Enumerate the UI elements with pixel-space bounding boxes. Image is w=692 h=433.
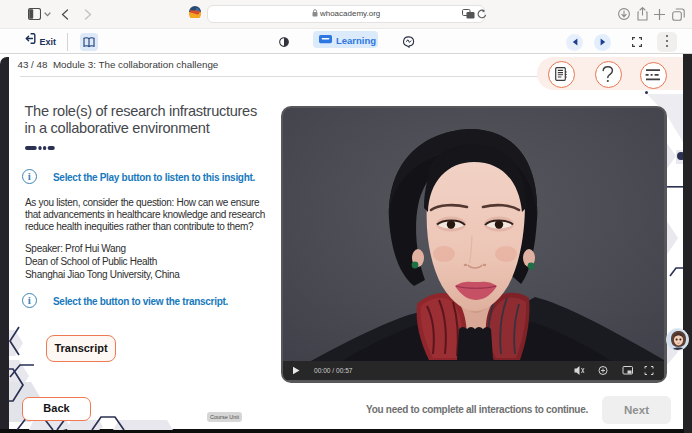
svg-text:00:00 / 00:57: 00:00 / 00:57 (314, 367, 353, 374)
